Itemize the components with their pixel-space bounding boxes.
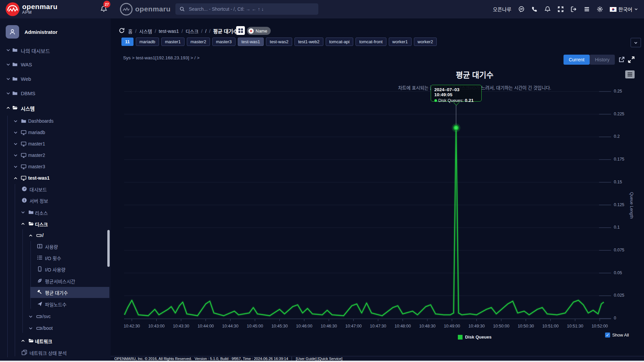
sidebar-tree-item-서버-정보[interactable]: 서버 정보 [0,195,111,206]
y-tick-label: 0.175 [614,157,624,162]
chevron-down-icon[interactable] [29,326,33,330]
tree-item-label: I/O 사용량 [45,266,65,273]
copy-icon [21,350,27,355]
sidebar-tree-item-I-O-횟수[interactable]: I/O 횟수 [0,252,111,263]
y-axis-title: Queue Length [629,192,634,219]
sidebar-tree-item-디스크[interactable]: 디스크 [0,219,111,229]
sidebar-tree-item--svc[interactable]: /svc [0,311,111,322]
tree-item-label: 나의 대시보드 [21,47,50,54]
language-selector[interactable]: 한국어 [610,6,638,13]
sidebar-tree-item-사용량[interactable]: 사용량 [0,241,111,252]
chevron-up-icon[interactable] [6,106,10,110]
folder-open-icon [28,338,34,344]
sidebar-tree-item-test-was1[interactable]: test-was1 [0,173,111,184]
sidebar-tree-item-네트워크[interactable]: 네트워크 [0,336,111,346]
menu-icon[interactable] [584,6,590,12]
openmaru-gray-logo-icon [120,3,133,16]
openmaru-logo-icon[interactable] [5,2,20,16]
show-all-checkbox[interactable]: ✓ [605,333,610,338]
tooltip-series-label: Disk Queues: [438,98,464,103]
chevron-up-icon[interactable] [29,233,33,238]
footer-copyright: OPENMARU, Inc. © 2016, All Rights Reserv… [114,357,192,361]
notification-badge[interactable]: 27 [103,1,110,8]
openmaru-chat-icon[interactable] [518,6,525,12]
avatar[interactable] [6,25,19,39]
chevron-down-icon[interactable] [13,130,18,135]
sidebar-tree-item-평균-대기수[interactable]: 평균 대기수 [0,287,111,298]
folder-icon [12,76,18,82]
sidebar-tree-item-네트워크-상태-분석[interactable]: 네트워크 상태 분석 [0,347,111,358]
sidebar-tree-item-DBMS[interactable]: DBMS [0,88,111,99]
fullscreen-icon[interactable] [557,6,564,12]
chevron-down-icon[interactable] [6,48,10,52]
tree-item-label: 네트워크 상태 분석 [30,350,67,356]
sign-out-icon[interactable] [571,6,577,12]
sidebar-tree-item-리소스[interactable]: 리소스 [0,207,111,218]
sidebar-tree-item-I-O-사용량[interactable]: I/O 사용량 [0,264,111,275]
sidebar-tree-item-Dashboards[interactable]: Dashboards [0,116,111,127]
chevron-down-icon[interactable] [6,91,10,96]
search-box[interactable] [175,3,318,15]
x-tick-label: 10:45:00 [244,324,266,328]
sidebar-tree-item-나의-대시보드[interactable]: 나의 대시보드 [0,45,111,56]
sidebar-tree-item-시스템[interactable]: 시스템 [0,103,111,113]
sidebar-tree-item--[interactable]: / [0,230,111,241]
y-tick-label: 0.225 [614,112,624,116]
chevron-down-icon[interactable] [13,142,18,146]
settings-icon[interactable] [597,6,603,12]
chevron-down-icon[interactable] [21,210,25,215]
x-tick-label: 10:46:00 [293,324,315,328]
y-tick-label: 0.25 [614,89,622,94]
gavel-icon [37,289,43,295]
phone-icon[interactable] [531,6,538,12]
chevron-up-icon[interactable] [21,222,25,226]
x-tick-label: 10:51:30 [565,324,586,328]
columns-icon [37,243,43,249]
chevron-down-icon [634,7,638,11]
tree-item-label: master1 [28,141,45,146]
list-icon [37,255,43,260]
sidebar-tree-item--boot[interactable]: /boot [0,323,111,334]
x-tick-label: 10:44:00 [195,324,216,328]
chevron-up-icon[interactable] [21,339,25,343]
x-tick-label: 10:51:00 [540,324,561,328]
sidebar-scrollbar[interactable] [107,230,110,267]
search-input[interactable] [188,6,314,12]
sidebar-tree-item-master2[interactable]: master2 [0,150,111,161]
sidebar-tree-item-Web[interactable]: Web [0,74,111,84]
bell-icon[interactable] [544,6,551,12]
sidebar-tree-item-파일노드수[interactable]: 파일노드수 [0,299,111,309]
folder-icon [28,209,34,215]
chevron-down-icon[interactable] [29,314,33,319]
y-tick-label: 0.2 [614,134,620,139]
sidebar-tree-item-WAS[interactable]: WAS [0,59,111,70]
footer-divider: │ [291,357,293,361]
tree-item-label: 사용량 [45,243,58,250]
user-name[interactable]: 오픈나루 [493,6,511,13]
x-tick-label: 10:52:00 [589,324,610,328]
sidebar-tree-item-master1[interactable]: master1 [0,139,111,149]
sidebar-tree-item-master3[interactable]: master3 [0,162,111,172]
folder-icon [12,47,18,53]
x-tick-label: 10:50:00 [490,324,512,328]
language-label: 한국어 [619,6,632,13]
tree-item-label: master3 [28,164,45,169]
show-all-toggle[interactable]: ✓ Show All [605,333,629,338]
x-tick-label: 10:48:00 [392,324,414,328]
chart-legend[interactable]: Disk Queues [230,335,644,340]
gauge-icon [21,186,27,192]
footer-links[interactable]: [User Guide] [Quick Service] [296,357,342,361]
chevron-down-icon[interactable] [13,153,18,158]
chevron-down-icon[interactable] [13,119,18,123]
chevron-down-icon[interactable] [6,62,10,67]
sidebar-tree-item-대시보드[interactable]: 대시보드 [0,184,111,194]
chevron-down-icon[interactable] [13,165,18,169]
chevron-down-icon[interactable] [6,77,10,81]
chart-canvas [111,18,644,356]
chevron-up-icon[interactable] [13,176,18,180]
sidebar-tree-item-평균서비스시간[interactable]: 평균서비스시간 [0,276,111,286]
sidebar-tree-item-mariadb[interactable]: mariadb [0,127,111,138]
tree-item-label: /boot [42,325,53,331]
mobile-icon [37,266,43,272]
leaf-icon [37,278,43,284]
